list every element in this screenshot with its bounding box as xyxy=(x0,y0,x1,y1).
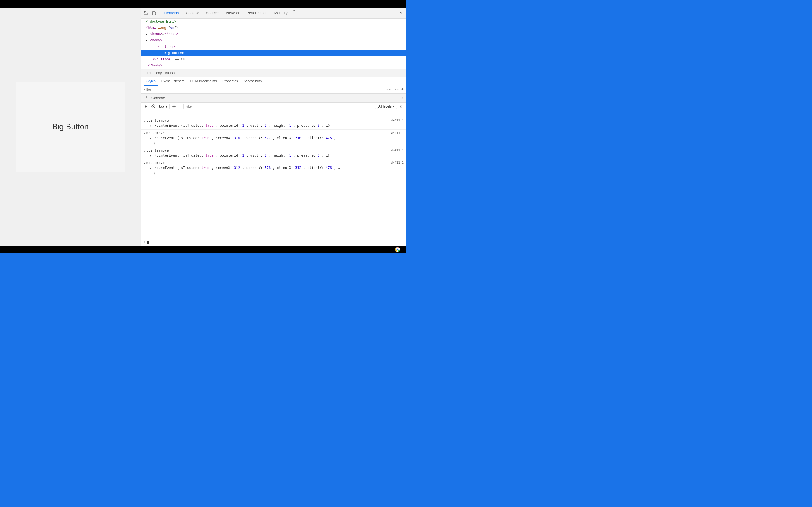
subtab-accessibility[interactable]: Accessibility xyxy=(241,77,265,86)
console-log-area: } ▶ pointermove ▶ PointerEvent {isTruste… xyxy=(141,110,406,239)
log-entry-mousemove-1[interactable]: ▶ mousemove ▶ MouseEvent {isTrusted: tru… xyxy=(141,129,406,147)
device-toggle-icon[interactable] xyxy=(150,9,158,17)
console-panel: ⋮ Console ✕ top ▼ | All levels ▼ xyxy=(141,94,406,245)
devtools-panel: Elements Console Sources Network Perform… xyxy=(141,8,406,245)
console-settings-button[interactable]: ⚙ xyxy=(398,103,404,110)
html-line-body-close[interactable]: </body> xyxy=(141,62,406,69)
filter-bar: :hov .cls + xyxy=(141,86,406,94)
add-style-button[interactable]: + xyxy=(401,87,404,92)
breadcrumb-button[interactable]: button xyxy=(164,70,175,75)
console-clear-button[interactable] xyxy=(150,103,156,110)
log-entry-pointermove-2[interactable]: ▶ pointermove ▶ PointerEvent {isTrusted:… xyxy=(141,147,406,159)
page-content: Big Button xyxy=(0,8,141,245)
tab-performance[interactable]: Performance xyxy=(243,8,271,18)
elements-panel: <!doctype html> <html lang="en"> ▶ <head… xyxy=(141,18,406,69)
devtools-toolbar: Elements Console Sources Network Perform… xyxy=(141,8,406,18)
html-line-html[interactable]: <html lang="en"> xyxy=(141,25,406,31)
subtab-styles[interactable]: Styles xyxy=(144,77,158,86)
bottom-bar xyxy=(0,245,406,253)
html-line-head[interactable]: ▶ <head>…</head> xyxy=(141,31,406,38)
html-line-button-close[interactable]: </button> == $0 xyxy=(141,56,406,62)
styles-filter-input[interactable] xyxy=(144,88,384,92)
expand-icon-2[interactable]: ▶ xyxy=(144,131,145,136)
subtab-dom-breakpoints[interactable]: DOM Breakpoints xyxy=(187,77,220,86)
console-levels-select[interactable]: All levels ▼ xyxy=(377,104,397,109)
breadcrumb: html body button xyxy=(141,69,406,77)
log-source-4: VM411:1 xyxy=(391,160,404,165)
subtabs-bar: Styles Event Listeners DOM Breakpoints P… xyxy=(141,77,406,86)
tab-network[interactable]: Network xyxy=(223,8,243,18)
inspect-icon[interactable] xyxy=(142,9,150,17)
tab-sources[interactable]: Sources xyxy=(203,8,223,18)
console-menu-icon[interactable]: ⋮ xyxy=(144,95,150,101)
subtab-event-listeners[interactable]: Event Listeners xyxy=(158,77,188,86)
html-line-body[interactable]: ▼ <body> xyxy=(141,38,406,44)
svg-marker-3 xyxy=(145,105,147,108)
console-cursor xyxy=(147,240,149,244)
tab-memory[interactable]: Memory xyxy=(271,8,291,18)
log-entry-pointermove-1[interactable]: ▶ pointermove ▶ PointerEvent {isTrusted:… xyxy=(141,117,406,129)
console-title: Console xyxy=(151,96,402,100)
console-filter-input[interactable] xyxy=(183,104,375,109)
more-tabs-button[interactable]: » xyxy=(291,8,298,15)
expand-icon-3[interactable]: ▶ xyxy=(144,149,145,154)
tab-elements[interactable]: Elements xyxy=(160,8,183,18)
log-brace-1: } xyxy=(141,110,406,117)
hov-filter-button[interactable]: :hov xyxy=(384,87,392,92)
tab-console[interactable]: Console xyxy=(183,8,203,18)
big-button-text: Big Button xyxy=(52,122,89,131)
console-prompt: > xyxy=(144,240,146,244)
html-line-doctype: <!doctype html> xyxy=(141,18,406,25)
console-close-button[interactable]: ✕ xyxy=(402,96,404,100)
html-ellipsis: ... <button> xyxy=(141,44,406,50)
svg-line-5 xyxy=(152,105,154,108)
expand-icon-1[interactable]: ▶ xyxy=(144,119,145,124)
console-context-select[interactable]: top ▼ xyxy=(158,104,170,109)
log-source-3: VM411:1 xyxy=(391,148,404,153)
breadcrumb-html[interactable]: html xyxy=(144,70,152,75)
chrome-logo xyxy=(395,247,400,252)
svg-rect-2 xyxy=(155,12,156,15)
console-watch-icon[interactable] xyxy=(171,103,177,110)
filter-buttons: :hov .cls + xyxy=(384,87,404,92)
expand-icon-4[interactable]: ▶ xyxy=(144,161,145,166)
svg-rect-1 xyxy=(152,11,155,15)
console-toolbar: top ▼ | All levels ▼ ⚙ xyxy=(141,103,406,110)
breadcrumb-body[interactable]: body xyxy=(153,70,163,75)
devtools-menu-button[interactable]: ⋮ xyxy=(389,10,398,16)
html-line-button-selected[interactable]: Big Button xyxy=(141,50,406,56)
console-run-button[interactable] xyxy=(143,103,149,110)
cls-filter-button[interactable]: .cls xyxy=(393,87,400,92)
svg-rect-0 xyxy=(144,11,146,13)
console-input-line: > xyxy=(141,239,406,245)
svg-point-7 xyxy=(173,106,174,107)
devtools-close-button[interactable]: ✕ xyxy=(398,10,405,16)
subtab-properties[interactable]: Properties xyxy=(220,77,241,86)
log-entry-mousemove-2[interactable]: ▶ mousemove ▶ MouseEvent {isTrusted: tru… xyxy=(141,159,406,177)
devtools-tabs: Elements Console Sources Network Perform… xyxy=(160,8,298,18)
log-source-1: VM411:1 xyxy=(391,118,404,123)
big-button-container[interactable]: Big Button xyxy=(15,82,125,172)
console-header: ⋮ Console ✕ xyxy=(141,94,406,103)
top-bar xyxy=(0,0,406,8)
log-source-2: VM411:1 xyxy=(391,130,404,135)
